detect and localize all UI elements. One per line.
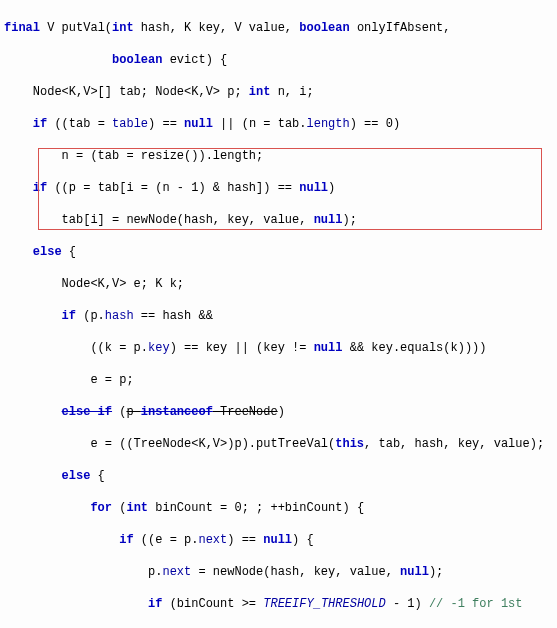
code-line[interactable]: else if (p instanceof TreeNode) xyxy=(0,404,557,420)
keyword: null xyxy=(299,181,328,195)
code-text: || (n = tab. xyxy=(213,117,307,131)
field: next xyxy=(162,565,191,579)
code-line[interactable]: p.next = newNode(hash, key, value, null)… xyxy=(0,564,557,580)
code-text: ((e = p. xyxy=(134,533,199,547)
code-text: ); xyxy=(429,565,443,579)
code-text xyxy=(4,597,148,611)
field: next xyxy=(198,533,227,547)
code-line[interactable]: for (int binCount = 0; ; ++binCount) { xyxy=(0,500,557,516)
keyword: if xyxy=(33,117,47,131)
code-line[interactable]: if (binCount >= TREEIFY_THRESHOLD - 1) /… xyxy=(0,596,557,612)
keyword: if xyxy=(62,309,76,323)
keyword: if xyxy=(33,181,47,195)
code-text: onlyIfAbsent, xyxy=(350,21,451,35)
field: length xyxy=(307,117,350,131)
keyword: else xyxy=(62,469,91,483)
keyword: null xyxy=(263,533,292,547)
code-text: ) == xyxy=(227,533,263,547)
code-line[interactable]: n = (tab = resize()).length; xyxy=(0,148,557,164)
code-text: ( xyxy=(112,501,126,515)
code-text: (p. xyxy=(76,309,105,323)
code-line[interactable]: if ((p = tab[i = (n - 1) & hash]) == nul… xyxy=(0,180,557,196)
code-text: ((k = p. xyxy=(4,341,148,355)
keyword: if xyxy=(119,533,133,547)
code-text: Node<K,V>[] tab; Node<K,V> p; xyxy=(4,85,249,99)
code-line[interactable]: e = ((TreeNode<K,V>)p).putTreeVal(this, … xyxy=(0,436,557,452)
code-line[interactable]: final V putVal(int hash, K key, V value,… xyxy=(0,20,557,36)
code-text: == hash && xyxy=(134,309,213,323)
code-text: ) == xyxy=(148,117,184,131)
code-text: ) { xyxy=(292,533,314,547)
code-text: = newNode(hash, key, value, xyxy=(191,565,400,579)
code-text: Node<K,V> e; K k; xyxy=(4,277,184,291)
code-text: - 1) xyxy=(386,597,429,611)
code-editor[interactable]: final V putVal(int hash, K key, V value,… xyxy=(0,0,557,628)
code-text xyxy=(4,501,90,515)
field: hash xyxy=(105,309,134,323)
code-text: hash, K key, V value, xyxy=(134,21,300,35)
comment: // -1 for 1st xyxy=(429,597,523,611)
code-text xyxy=(4,469,62,483)
keyword: int xyxy=(126,501,148,515)
code-line[interactable]: e = p; xyxy=(0,372,557,388)
code-line[interactable]: tab[i] = newNode(hash, key, value, null)… xyxy=(0,212,557,228)
field: table xyxy=(112,117,148,131)
code-text xyxy=(4,245,33,259)
code-text: e = p; xyxy=(4,373,134,387)
keyword: null xyxy=(314,213,343,227)
keyword: final xyxy=(4,21,40,35)
keyword: null xyxy=(184,117,213,131)
code-text: V putVal( xyxy=(40,21,112,35)
code-line[interactable]: if (p.hash == hash && xyxy=(0,308,557,324)
code-text: , tab, hash, key, value); xyxy=(364,437,544,451)
code-line[interactable]: else { xyxy=(0,468,557,484)
code-line[interactable]: Node<K,V> e; K k; xyxy=(0,276,557,292)
code-text: binCount = 0; ; ++binCount) { xyxy=(148,501,364,515)
code-text xyxy=(4,181,33,195)
code-line[interactable]: ((k = p.key) == key || (key != null && k… xyxy=(0,340,557,356)
code-text: (binCount >= xyxy=(162,597,263,611)
keyword: if xyxy=(148,597,162,611)
code-text: { xyxy=(90,469,104,483)
code-text: evict) { xyxy=(162,53,227,67)
code-text xyxy=(4,405,62,419)
code-text: ) xyxy=(278,405,285,419)
code-text xyxy=(4,53,112,67)
keyword: null xyxy=(314,341,343,355)
keyword: null xyxy=(400,565,429,579)
code-text: ) xyxy=(328,181,335,195)
code-line[interactable]: else { xyxy=(0,244,557,260)
keyword: boolean xyxy=(299,21,349,35)
keyword: boolean xyxy=(112,53,162,67)
code-text: { xyxy=(62,245,76,259)
code-line[interactable]: if ((e = p.next) == null) { xyxy=(0,532,557,548)
code-text: ( xyxy=(112,405,126,419)
code-text: tab[i] = newNode(hash, key, value, xyxy=(4,213,314,227)
code-text: && key.equals(k)))) xyxy=(342,341,486,355)
code-text: n, i; xyxy=(270,85,313,99)
keyword: this xyxy=(335,437,364,451)
keyword: else if xyxy=(62,405,112,419)
code-text: TreeNode xyxy=(213,405,278,419)
code-text: ) == 0) xyxy=(350,117,400,131)
code-text: ((p = tab[i = (n - 1) & hash]) == xyxy=(47,181,299,195)
code-line[interactable]: boolean evict) { xyxy=(0,52,557,68)
code-text: p. xyxy=(4,565,162,579)
keyword: for xyxy=(90,501,112,515)
field: key xyxy=(148,341,170,355)
keyword: int xyxy=(112,21,134,35)
code-text: ) == key || (key != xyxy=(170,341,314,355)
keyword: else xyxy=(33,245,62,259)
code-text xyxy=(4,533,119,547)
constant: TREEIFY_THRESHOLD xyxy=(263,597,385,611)
code-text: ); xyxy=(342,213,356,227)
keyword: int xyxy=(249,85,271,99)
code-text xyxy=(4,117,33,131)
code-text xyxy=(4,309,62,323)
code-text: n = (tab = resize()).length; xyxy=(4,149,263,163)
code-line[interactable]: Node<K,V>[] tab; Node<K,V> p; int n, i; xyxy=(0,84,557,100)
code-text: p xyxy=(126,405,140,419)
code-line[interactable]: if ((tab = table) == null || (n = tab.le… xyxy=(0,116,557,132)
code-text: e = ((TreeNode<K,V>)p).putTreeVal( xyxy=(4,437,335,451)
code-text: ((tab = xyxy=(47,117,112,131)
